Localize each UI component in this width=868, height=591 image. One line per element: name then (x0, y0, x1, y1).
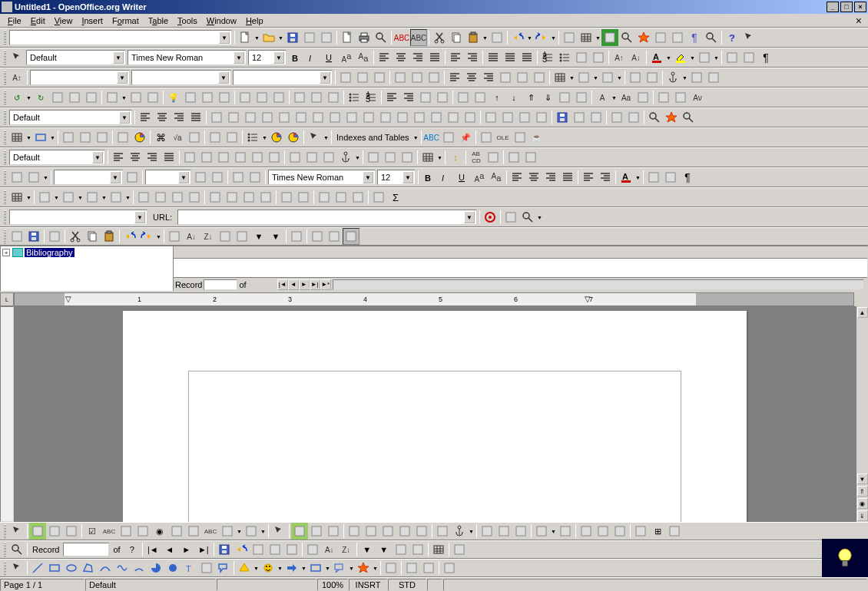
pushbutton-button[interactable] (134, 523, 151, 540)
ins-entry-button[interactable]: ABC (423, 129, 440, 146)
bibliography-node[interactable]: Bibliography (25, 248, 75, 257)
table-style-combo[interactable]: Default▼ (9, 150, 105, 165)
frame-button[interactable]: A↕ (8, 69, 25, 86)
bold-button[interactable] (287, 49, 304, 66)
insert-obj-button[interactable] (270, 89, 287, 106)
align-middle-button[interactable] (514, 69, 531, 86)
border-color-dropdown[interactable]: ▼ (616, 69, 623, 86)
prev-page-button[interactable]: ⇑ (857, 486, 868, 497)
stars-dropdown[interactable]: ▼ (372, 560, 379, 576)
find2-button[interactable] (646, 109, 663, 126)
ds-data-text-button[interactable] (326, 228, 343, 245)
send-back-button[interactable] (644, 69, 661, 86)
ds-cut-button[interactable] (67, 228, 84, 245)
ds-copy-button[interactable] (84, 228, 101, 245)
toolbar-handle[interactable] (4, 210, 6, 224)
t9e-button[interactable] (108, 189, 124, 206)
toolbar-handle[interactable] (4, 229, 6, 243)
demote-button[interactable] (472, 89, 489, 106)
underline-button[interactable] (321, 49, 338, 66)
draw-arc-button[interactable] (131, 560, 147, 576)
rtl2-button[interactable] (597, 169, 614, 186)
header-button[interactable]: Aν (689, 89, 706, 106)
font-color-dropdown[interactable]: ▼ (665, 49, 672, 66)
al23-button[interactable] (542, 169, 559, 186)
vertical-scrollbar[interactable]: ▲ ▼ ⇑ ◉ ⇓ (856, 306, 868, 522)
idea-button[interactable]: 💡 (165, 89, 182, 106)
ins-frame-button[interactable] (32, 129, 49, 146)
menu-insert[interactable]: Insert (77, 15, 108, 26)
increase-indent-button[interactable] (590, 49, 607, 66)
align-center2-button[interactable] (463, 69, 480, 86)
tbl2-button[interactable] (127, 149, 144, 166)
link4-button[interactable] (533, 109, 550, 126)
more-controls-button[interactable] (219, 523, 236, 540)
block-arrows-dropdown[interactable]: ▼ (300, 560, 307, 576)
fd-anchor-dropdown[interactable]: ▼ (468, 523, 475, 540)
decrease-indent-button[interactable] (573, 49, 590, 66)
fn-undo-button[interactable] (233, 541, 250, 558)
tbl9-button[interactable] (249, 149, 266, 166)
wrap6-button[interactable] (293, 109, 310, 126)
ins-ole-button[interactable]: OLE (495, 129, 512, 146)
indexes-dropdown[interactable]: ▼ (412, 129, 419, 146)
ins-plugin-button[interactable] (478, 129, 495, 146)
ins-formula-button[interactable] (114, 129, 131, 146)
toolbar-handle[interactable] (4, 190, 6, 204)
fn-formfilter-button[interactable] (393, 541, 409, 558)
al21-button[interactable] (509, 169, 525, 186)
wrap-on-button[interactable] (354, 69, 371, 86)
border-color-button[interactable] (599, 69, 616, 86)
grid-button[interactable] (392, 69, 409, 86)
tbl16-button[interactable] (382, 149, 399, 166)
fn-datasource-button[interactable] (430, 541, 447, 558)
line-spacing-1-button[interactable] (485, 49, 502, 66)
fn-applyfilter-button[interactable]: ▼ (376, 541, 393, 558)
link2-button[interactable] (499, 109, 516, 126)
fcolor2-dropdown[interactable]: ▼ (634, 169, 641, 186)
formatted-field-button[interactable] (118, 523, 134, 540)
border-style-dropdown[interactable]: ▼ (592, 69, 599, 86)
3d-button[interactable] (144, 89, 161, 106)
stars-button[interactable] (355, 560, 372, 576)
superscript-button[interactable]: Aa (338, 49, 355, 66)
wrap-off-button[interactable] (337, 69, 354, 86)
paste-dropdown[interactable]: ▼ (482, 29, 489, 46)
show-draw-button[interactable] (601, 29, 618, 46)
url-link-button[interactable] (502, 209, 519, 226)
frame-combo2[interactable]: ▼ (131, 70, 231, 85)
hyph-indicator[interactable] (427, 579, 442, 591)
bold2-button[interactable] (420, 169, 437, 186)
decrease-font-button[interactable]: A↓ (628, 49, 644, 66)
first-record-button[interactable]: |◄ (277, 279, 288, 290)
props-button[interactable] (588, 109, 605, 126)
toolbar-handle[interactable] (4, 150, 6, 164)
ins-bookmark-button[interactable] (306, 129, 323, 146)
tab-right-button[interactable] (434, 89, 451, 106)
hyperlink-button[interactable] (561, 29, 578, 46)
open-dropdown[interactable]: ▼ (277, 29, 284, 46)
ins-special-char-button[interactable]: ⌘ (152, 129, 169, 146)
group-button[interactable] (83, 89, 100, 106)
close-button[interactable]: × (854, 2, 866, 12)
flowcharts-button[interactable] (307, 560, 324, 576)
macro-button[interactable] (608, 109, 625, 126)
ds-filter-button[interactable]: ▼ (250, 228, 267, 245)
align-bottom-button[interactable] (531, 69, 548, 86)
line-spacing-2-button[interactable] (518, 49, 535, 66)
fd15-button[interactable] (578, 523, 595, 540)
draw-rect-button[interactable] (46, 560, 63, 576)
ds-redo-dropdown[interactable]: ▼ (155, 228, 162, 245)
maximize-button[interactable]: □ (840, 2, 853, 12)
font-color-button[interactable] (648, 49, 665, 66)
flip-h-button[interactable] (49, 89, 66, 106)
fn-sortasc-button[interactable]: A↓ (321, 541, 338, 558)
ds1-button[interactable] (8, 228, 25, 245)
t9d-dropdown[interactable]: ▼ (101, 189, 108, 206)
fd20-button[interactable] (666, 523, 683, 540)
insert-fields-button[interactable] (655, 89, 672, 106)
ds-edit-button[interactable] (46, 228, 63, 245)
anchor2-button[interactable] (664, 69, 681, 86)
page-style-indicator[interactable]: Default (85, 579, 216, 591)
print-preview-button[interactable] (373, 29, 389, 46)
